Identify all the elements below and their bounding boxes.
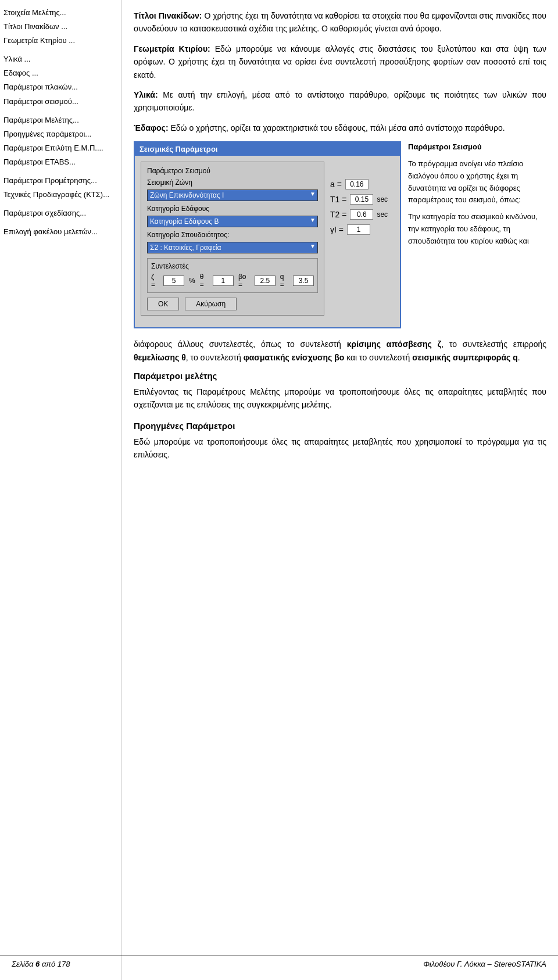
sidebar-item-stoixeia[interactable]: Στοιχεία Μελέτης... [3, 6, 118, 20]
sidebar-item-geometria[interactable]: Γεωμετρία Κτηρίου ... [3, 34, 118, 48]
sidebar-item-fakelou[interactable]: Επιλογή φακέλου μελετών... [3, 225, 118, 239]
edafos-title: Έδαφος: [134, 123, 169, 133]
soil-wrapper[interactable]: Κατηγορία Εδάφους Β [147, 216, 318, 227]
sidebar: Στοιχεία Μελέτης... Τίτλοι Πινακίδων ...… [0, 0, 122, 980]
t1-label: T1 = [330, 195, 346, 204]
dialog-buttons: OK Ακύρωση [147, 298, 318, 310]
proigmenes-text: Εδώ μπορούμε να τροποποιήσουμε όλες τις … [134, 435, 546, 462]
dialog-titlebar: Σεισμικές Παράμετροι [135, 142, 400, 156]
krisimis-bold: κρίσιμης απόσβεσης ζ [347, 339, 441, 349]
sidebar-item-meletis[interactable]: Παράμετροι Μελέτης... [3, 113, 118, 127]
importance-row: Κατηγορία Σπουδαιότητος: [147, 231, 318, 239]
soil-select-row[interactable]: Κατηγορία Εδάφους Β [147, 216, 318, 227]
sidebar-item-titloi[interactable]: Τίτλοι Πινακίδων ... [3, 20, 118, 34]
proigmenes-title: Προηγμένες Παράμετροι [134, 421, 546, 431]
importance-label: Κατηγορία Σπουδαιότητος: [147, 231, 229, 239]
importance-select-row[interactable]: Σ2 : Κατοικίες, Γραφεία [147, 242, 318, 253]
epirroe-bold: θεμελίωσης θ [134, 353, 186, 362]
sidebar-item-plakon[interactable]: Παράμετροι πλακών... [3, 80, 118, 94]
section-titloi: Τίτλοι Πινακίδων: Ο χρήστης έχει τη δυνα… [134, 9, 546, 35]
ylika-text: Με αυτή την επιλογή, μέσα από το αντίστο… [134, 90, 546, 112]
a-label: a = [330, 180, 342, 189]
coefficients-group: Συντελεστές ζ = % θ = βο = [147, 258, 318, 293]
coeff-label: Συντελεστές [151, 262, 314, 270]
ok-button[interactable]: OK [147, 298, 179, 310]
importance-select[interactable]: Σ2 : Κατοικίες, Γραφεία [147, 242, 318, 253]
seismic-zone-select-row[interactable]: Ζώνη Επικινδυνότητας Ι [147, 189, 318, 201]
a-row: a = 0.16 [330, 179, 394, 189]
geometria-title: Γεωμετρία Κτιρίου: [134, 44, 210, 53]
importance-wrapper[interactable]: Σ2 : Κατοικίες, Γραφεία [147, 242, 318, 253]
right-values-panel: a = 0.16 T1 = 0.15 sec T2 = 0.6 [330, 162, 394, 321]
section-parametroi-meletis: Παράμετροι μελέτης Επιλέγοντας τις Παραμ… [134, 371, 546, 412]
right-text2: Την κατηγορία του σεισμικού κινδύνου, τη… [408, 211, 546, 247]
sidebar-item-etabs[interactable]: Παράμετροι ETABS... [3, 155, 118, 169]
zeta-label: ζ = [151, 273, 159, 289]
sidebar-item-epilyti[interactable]: Παράμετροι Επιλύτη Ε.Μ.Π.... [3, 141, 118, 155]
seismic-zone-wrapper[interactable]: Ζώνη Επικινδυνότητας Ι [147, 189, 318, 201]
percent-label: % [189, 277, 195, 285]
dialog-area: Σεισμικές Παράμετροι Παράμετροι Σεισμού … [134, 141, 546, 328]
theta-input[interactable] [213, 276, 234, 286]
footer-page-left: Σελίδα 6 από 178 [12, 960, 70, 968]
gamma-row: γΙ = 1 [330, 224, 394, 235]
t1-unit: sec [377, 195, 388, 203]
page-number: 6 [35, 960, 40, 968]
bottom-text: διάφορους άλλους συντελεστές, όπως το συ… [134, 338, 546, 364]
t2-value: 0.6 [350, 209, 373, 220]
t2-label: T2 = [330, 210, 346, 219]
gamma-value: 1 [347, 224, 370, 235]
theta-label: θ = [200, 273, 208, 289]
sidebar-item-prometriseos[interactable]: Παράμετροι Προμέτρησης... [3, 174, 118, 188]
seismic-zone-row: Σεισμική Ζώνη [147, 178, 318, 187]
sidebar-item-proigmenes[interactable]: Προηγμένες παράμετροι... [3, 127, 118, 141]
soil-category-row: Κατηγορία Εδάφους [147, 205, 318, 213]
page-footer: Σελίδα 6 από 178 Φιλοθέου Γ. Λόκκα – Ste… [0, 956, 558, 968]
cancel-button[interactable]: Ακύρωση [185, 298, 237, 310]
section-ylika: Υλικά: Με αυτή την επιλογή, μέσα από το … [134, 88, 546, 115]
seismic-dialog: Σεισμικές Παράμετροι Παράμετροι Σεισμού … [134, 141, 401, 328]
group-title: Παράμετροι Σεισμού [147, 167, 318, 175]
a-value: 0.16 [345, 179, 369, 189]
t2-unit: sec [377, 210, 388, 219]
sidebar-item-ylika[interactable]: Υλικά ... [3, 52, 118, 66]
sidebar-item-sxediasis[interactable]: Παράμετροι σχεδίασης... [3, 206, 118, 220]
q-label: q = [280, 273, 288, 289]
footer-author: Φιλοθέου Γ. Λόκκα – StereoSTATIKA [423, 960, 546, 968]
soil-select[interactable]: Κατηγορία Εδάφους Β [147, 216, 318, 227]
section-proigmenes-parametroi: Προηγμένες Παράμετροι Εδώ μπορούμε να τρ… [134, 421, 546, 462]
parametroi-meletis-text: Επιλέγοντας τις Παραμέτρους Μελέτης μπορ… [134, 385, 546, 412]
titloi-title: Τίτλοι Πινακίδων: [134, 11, 202, 20]
seismou-group: Παράμετροι Σεισμού Σεισμική Ζώνη Ζώνη Επ… [141, 162, 324, 316]
seismic-zone-select[interactable]: Ζώνη Επικινδυνότητας Ι [147, 189, 318, 201]
sidebar-item-seismou[interactable]: Παράμετροι σεισμού... [3, 95, 118, 109]
soil-category-label: Κατηγορία Εδάφους [147, 205, 217, 213]
parametroi-meletis-title: Παράμετροι μελέτης [134, 371, 546, 381]
coeff-row: ζ = % θ = βο = q = [151, 273, 314, 289]
seismikis-bold: σεισμικής συμπεριφοράς q [412, 353, 517, 362]
right-title: Παράμετροι Σεισμού [408, 141, 546, 153]
ylika-title: Υλικά: [134, 90, 158, 99]
t2-row: T2 = 0.6 sec [330, 209, 394, 220]
section-geometria: Γεωμετρία Κτιρίου: Εδώ μπορούμε να κάνου… [134, 42, 546, 81]
gamma-label: γΙ = [330, 225, 344, 234]
q-input[interactable] [293, 276, 314, 286]
sidebar-item-edafos[interactable]: Εδαφος ... [3, 66, 118, 80]
edafos-text: Εδώ ο χρήστης, ορίζει τα χαρακτηριστικά … [170, 123, 505, 133]
dialog-body: Παράμετροι Σεισμού Σεισμική Ζώνη Ζώνη Επ… [135, 156, 400, 327]
zeta-input[interactable] [163, 276, 184, 286]
t1-value: 0.15 [350, 194, 373, 205]
bo-input[interactable] [255, 276, 276, 286]
main-content: Τίτλοι Πινακίδων: Ο χρήστης έχει τη δυνα… [122, 0, 558, 980]
right-description: Παράμετροι Σεισμού Το πρόγραμμα ανοίγει … [408, 141, 546, 328]
section-edafos: Έδαφος: Εδώ ο χρήστης, ορίζει τα χαρακτη… [134, 121, 546, 134]
right-text1: Το πρόγραμμα ανοίγει νέο πλαίσιο διαλόγο… [408, 158, 546, 206]
bo-label: βο = [238, 273, 250, 289]
seismic-zone-label: Σεισμική Ζώνη [147, 178, 217, 187]
sidebar-item-kts[interactable]: Τεχνικές Προδιαγραφές (ΚΤΣ)... [3, 188, 118, 202]
t1-row: T1 = 0.15 sec [330, 194, 394, 205]
fasmatikis-bold: φασματικής ενίσχυσης βο [244, 353, 345, 362]
